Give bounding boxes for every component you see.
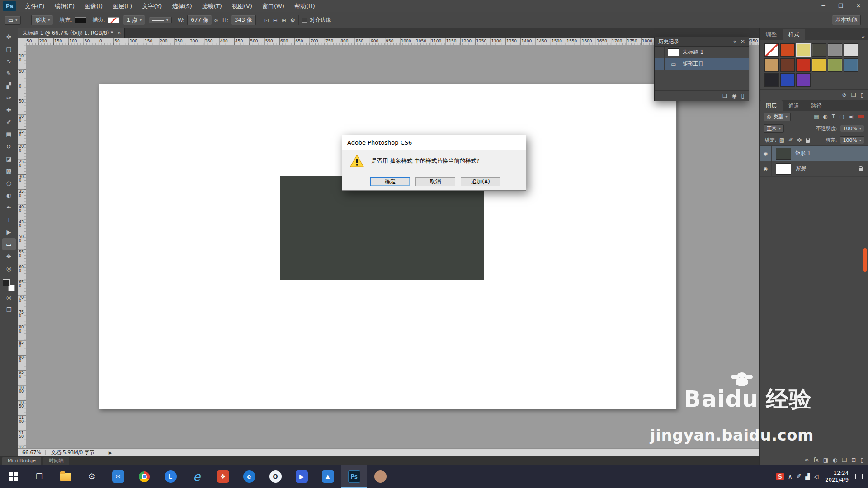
style-swatch[interactable]	[764, 58, 779, 72]
filter-pixel-icon[interactable]: ▦	[814, 114, 819, 119]
ruler-corner[interactable]	[18, 38, 26, 45]
zoom-level[interactable]: 66.67%	[18, 450, 46, 455]
layer-mask-icon[interactable]: ◨	[823, 457, 828, 463]
opacity-field[interactable]: 100% ▾	[840, 125, 864, 132]
delete-state-icon[interactable]: ▯	[741, 93, 744, 99]
style-swatch[interactable]	[780, 73, 795, 87]
quick-mask-button[interactable]: ◎	[2, 291, 16, 304]
history-brush-source-cell[interactable]	[655, 58, 665, 70]
color-swatches[interactable]	[3, 279, 15, 291]
new-layer-icon[interactable]: ⊞	[851, 457, 856, 463]
tab-layers[interactable]: 图层	[760, 100, 783, 111]
vertical-ruler[interactable]: 1005005010015020025030035040045050055060…	[18, 45, 26, 448]
lock-transparency-icon[interactable]: ▨	[779, 137, 784, 143]
photos-app[interactable]: ▲	[315, 465, 341, 488]
adjustment-layer-icon[interactable]: ◐	[833, 457, 837, 463]
cancel-button[interactable]: 取消	[415, 177, 455, 186]
store-app[interactable]: ❖	[210, 465, 236, 488]
clone-stamp-tool[interactable]: ▤	[2, 128, 16, 141]
maximize-button[interactable]: ❐	[834, 3, 848, 9]
rectangle-shape-tool[interactable]: ▭	[2, 238, 16, 250]
visibility-eye-icon[interactable]: ◉	[760, 146, 772, 161]
history-brush-source-cell[interactable]	[655, 47, 665, 58]
tool-mode-select[interactable]: 形状 ▾	[31, 15, 53, 25]
menu-item[interactable]: 帮助(H)	[289, 0, 320, 12]
tool-preset-picker[interactable]: ▭ ▾	[5, 16, 21, 25]
path-operations-icon[interactable]: ⊡	[264, 18, 269, 23]
path-arrange-icon[interactable]: ⊞	[282, 18, 286, 23]
style-swatch[interactable]	[812, 58, 826, 72]
workspace-switcher[interactable]: 基本功能	[832, 15, 861, 25]
style-swatch[interactable]	[828, 43, 842, 57]
layer-row[interactable]: ◉矩形 1	[760, 146, 868, 161]
canvas-area[interactable]	[26, 45, 760, 448]
width-field[interactable]: 677 像	[187, 15, 212, 25]
menu-item[interactable]: 文字(Y)	[137, 0, 167, 12]
history-state[interactable]: 未标题-1	[655, 47, 749, 58]
rectangle-shape[interactable]	[280, 176, 484, 280]
path-selection-tool[interactable]: ▶	[2, 226, 16, 238]
settings-app[interactable]: ⚙	[79, 465, 105, 488]
account-avatar[interactable]	[367, 465, 393, 488]
delete-layer-icon[interactable]: ▯	[860, 457, 863, 463]
link-dimensions-icon[interactable]: ∞	[214, 18, 218, 23]
layer-group-icon[interactable]: ❏	[842, 457, 847, 463]
move-tool[interactable]: ✜	[2, 31, 16, 43]
brush-tool[interactable]: ✐	[2, 116, 16, 128]
new-style-icon[interactable]: ❏	[851, 92, 856, 98]
layer-effects-icon[interactable]: fx	[813, 457, 818, 463]
app-l[interactable]: L	[157, 465, 184, 488]
visibility-eye-icon[interactable]: ◉	[760, 161, 772, 176]
crop-tool[interactable]: ▞	[2, 80, 16, 92]
quick-selection-tool[interactable]: ✎	[2, 67, 16, 80]
menu-item[interactable]: 文件(F)	[20, 0, 50, 12]
stroke-width-field[interactable]: 1 点 ▾	[123, 15, 145, 25]
filter-type-icon[interactable]: T	[832, 114, 835, 119]
align-edges-checkbox[interactable]: 对齐边缘	[302, 16, 331, 24]
dodge-tool[interactable]: ◐	[2, 189, 16, 202]
photoshop-app[interactable]: Ps	[341, 465, 367, 488]
status-menu-arrow[interactable]: ▶	[109, 450, 112, 455]
history-state[interactable]: ▭矩形工具	[655, 58, 749, 70]
action-center-icon[interactable]	[855, 474, 863, 479]
history-brush-tool[interactable]: ↺	[2, 141, 16, 153]
filter-shape-icon[interactable]: ▢	[839, 114, 844, 119]
path-align-icon[interactable]: ⊟	[273, 18, 278, 23]
document-tab[interactable]: 未标题-1 @ 66.7% (矩形 1, RGB/8) * ✕	[18, 28, 125, 38]
tab-styles[interactable]: 样式	[783, 29, 805, 40]
style-swatch[interactable]	[844, 43, 858, 57]
pen-tool[interactable]: ✒	[2, 202, 16, 214]
healing-brush-tool[interactable]: ✚	[2, 104, 16, 116]
close-panel-icon[interactable]: ✕	[741, 39, 745, 44]
collapse-dock-icon[interactable]: «	[862, 34, 865, 40]
task-view-button[interactable]: ❐	[26, 465, 52, 488]
file-explorer[interactable]	[52, 465, 79, 488]
timeline-tab[interactable]: 时间轴	[43, 457, 69, 465]
lock-all-icon[interactable]	[806, 140, 810, 143]
pen-icon[interactable]: ✐	[796, 474, 801, 479]
ok-button[interactable]: 确定	[370, 177, 410, 186]
qq-app[interactable]: Q	[262, 465, 288, 488]
stroke-swatch[interactable]	[108, 17, 119, 23]
style-swatch[interactable]	[764, 73, 779, 87]
start-button[interactable]	[0, 465, 26, 488]
blend-mode-select[interactable]: 正常 ▾	[764, 124, 784, 133]
gradient-tool[interactable]: ▩	[2, 165, 16, 177]
filter-kind-select[interactable]: ◎ 类型 ▾	[764, 113, 791, 121]
sogou-icon[interactable]: S	[776, 473, 784, 480]
style-swatch[interactable]	[812, 43, 826, 57]
scrollbar-thumb[interactable]	[863, 248, 867, 272]
screen-mode-button[interactable]: ❐	[2, 304, 16, 316]
style-swatch[interactable]	[844, 58, 858, 72]
filter-toggle[interactable]	[858, 115, 864, 118]
document-canvas[interactable]	[99, 84, 677, 409]
append-button[interactable]: 追加(A)	[461, 177, 500, 186]
video-app[interactable]: ▶	[288, 465, 315, 488]
network-icon[interactable]: ▟	[805, 474, 810, 479]
foreground-color-swatch[interactable]	[3, 279, 10, 286]
history-panel-header[interactable]: 历史记录 «✕	[655, 37, 749, 47]
mail-app[interactable]: ✉	[105, 465, 131, 488]
taskbar-clock[interactable]: 12:24 2021/4/9	[825, 470, 849, 483]
clear-style-icon[interactable]: ⊘	[842, 92, 847, 98]
menu-item[interactable]: 图层(L)	[108, 0, 137, 12]
